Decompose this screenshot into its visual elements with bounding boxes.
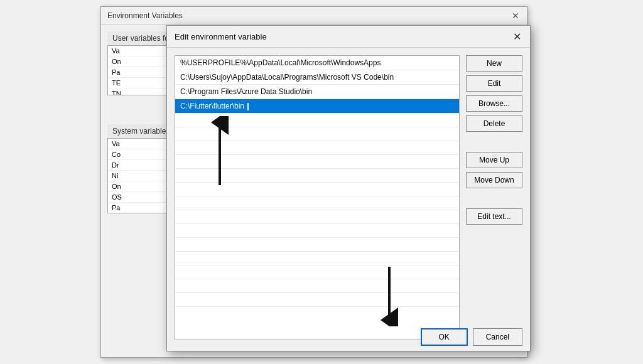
edit-titlebar: Edit environment variable ✕ — [167, 26, 530, 48]
empty-row[interactable] — [175, 252, 459, 265]
empty-row[interactable] — [175, 155, 459, 169]
empty-row[interactable] — [175, 183, 459, 196]
right-buttons-panel: New Edit Browse... Delete Move Up Move D… — [466, 55, 522, 340]
env-vars-close-icon[interactable]: ✕ — [511, 11, 521, 21]
edit-dialog: Edit environment variable ✕ %USERPROFILE… — [166, 25, 531, 351]
edit-text-button[interactable]: Edit text... — [466, 208, 522, 225]
ok-button[interactable]: OK — [421, 328, 468, 346]
path-item-4-selected[interactable]: C:\Flutter\flutter\bin — [175, 99, 459, 114]
path-item-2[interactable]: C:\Users\Sujoy\AppData\Local\Programs\Mi… — [175, 70, 459, 85]
path-list-area: %USERPROFILE%\AppData\Local\Microsoft\Wi… — [175, 55, 460, 340]
empty-row[interactable] — [175, 169, 459, 183]
empty-row[interactable] — [175, 238, 459, 252]
button-spacer — [466, 136, 522, 148]
edit-button[interactable]: Edit — [466, 75, 522, 92]
empty-row[interactable] — [175, 141, 459, 155]
button-spacer-2 — [466, 192, 522, 205]
move-up-button[interactable]: Move Up — [466, 152, 522, 168]
edit-content: %USERPROFILE%\AppData\Local\Microsoft\Wi… — [167, 48, 530, 348]
empty-row[interactable] — [175, 293, 459, 307]
env-vars-titlebar: Environment Variables ✕ — [101, 7, 527, 25]
new-button[interactable]: New — [466, 55, 522, 72]
empty-row[interactable] — [175, 265, 459, 279]
bottom-buttons: OK Cancel — [167, 323, 530, 351]
empty-row[interactable] — [175, 224, 459, 238]
empty-row[interactable] — [175, 196, 459, 210]
edit-close-button[interactable]: ✕ — [511, 31, 522, 42]
empty-row[interactable] — [175, 279, 459, 293]
path-item-1[interactable]: %USERPROFILE%\AppData\Local\Microsoft\Wi… — [175, 56, 459, 70]
empty-row[interactable] — [175, 127, 459, 141]
path-item-3[interactable]: C:\Program Files\Azure Data Studio\bin — [175, 85, 459, 99]
browse-button[interactable]: Browse... — [466, 95, 522, 112]
edit-dialog-title: Edit environment variable — [175, 32, 267, 41]
empty-row[interactable] — [175, 210, 459, 224]
path-list[interactable]: %USERPROFILE%\AppData\Local\Microsoft\Wi… — [175, 55, 460, 340]
move-down-button[interactable]: Move Down — [466, 172, 522, 188]
empty-row[interactable] — [175, 114, 459, 127]
cancel-button[interactable]: Cancel — [473, 328, 522, 346]
delete-button[interactable]: Delete — [466, 115, 522, 132]
env-vars-title: Environment Variables — [107, 11, 183, 20]
